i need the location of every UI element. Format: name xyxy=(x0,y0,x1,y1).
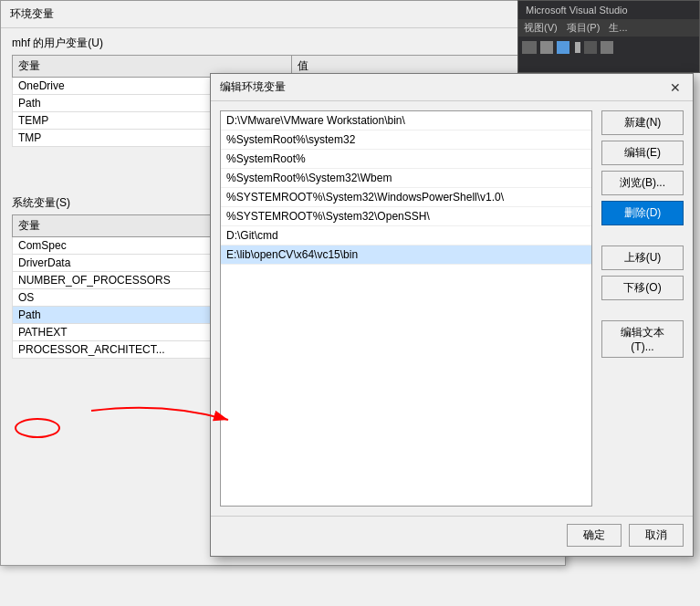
vs-toolbar-icon5 xyxy=(601,41,613,54)
vs-menu-more: 生... xyxy=(609,21,627,35)
edit-env-titlebar: 编辑环境变量 ✕ xyxy=(211,74,693,101)
edit-env-dialog: 编辑环境变量 ✕ D:\VMware\VMware Workstation\bi… xyxy=(210,73,694,557)
vs-toolbar-icon3 xyxy=(557,41,569,54)
list-item[interactable]: %SYSTEMROOT%\System32\OpenSSH\ xyxy=(221,207,591,226)
edit-env-close-button[interactable]: ✕ xyxy=(667,79,684,96)
path-list-empty-space xyxy=(221,265,591,447)
edit-env-title: 编辑环境变量 xyxy=(220,79,286,95)
edit-env-ok-button[interactable]: 确定 xyxy=(567,524,622,547)
vs-studio-title: Microsoft Visual Studio xyxy=(518,1,699,19)
list-item[interactable]: %SystemRoot%\system32 xyxy=(221,131,591,150)
env-vars-title: 环境变量 xyxy=(10,6,54,22)
vs-toolbar-icon2 xyxy=(540,41,553,54)
user-vars-label: mhf 的用户变量(U) xyxy=(12,36,554,51)
edit-env-body: D:\VMware\VMware Workstation\bin\%System… xyxy=(211,101,693,516)
vs-menu-view[interactable]: 视图(V) xyxy=(524,21,558,35)
path-edit-button[interactable]: 编辑(E) xyxy=(601,141,684,165)
list-item[interactable]: %SystemRoot%\System32\Wbem xyxy=(221,169,591,188)
vs-separator xyxy=(575,42,580,53)
vs-menubar: 视图(V) 项目(P) 生... xyxy=(518,19,699,37)
edit-buttons: 新建(N) 编辑(E) 浏览(B)... 删除(D) 上移(U) 下移(O) 编… xyxy=(601,110,684,507)
path-move-down-button[interactable]: 下移(O) xyxy=(601,276,684,300)
list-item[interactable]: D:\VMware\VMware Workstation\bin\ xyxy=(221,111,591,131)
env-vars-titlebar: 环境变量 ✕ xyxy=(1,1,565,28)
list-item[interactable]: %SYSTEMROOT%\System32\WindowsPowerShell\… xyxy=(221,188,591,207)
vs-toolbar-icon4 xyxy=(584,41,597,54)
spacer2 xyxy=(601,306,684,315)
path-list[interactable]: D:\VMware\VMware Workstation\bin\%System… xyxy=(220,110,592,507)
vs-menu-project[interactable]: 项目(P) xyxy=(567,21,601,35)
path-edit-text-button[interactable]: 编辑文本(T)... xyxy=(601,320,684,358)
vs-studio-snippet: Microsoft Visual Studio 视图(V) 项目(P) 生... xyxy=(517,0,700,73)
vs-toolbar xyxy=(518,37,699,58)
path-delete-button[interactable]: 删除(D) xyxy=(601,201,684,225)
path-move-up-button[interactable]: 上移(U) xyxy=(601,246,684,270)
vs-toolbar-icon1 xyxy=(522,41,537,54)
path-browse-button[interactable]: 浏览(B)... xyxy=(601,171,684,195)
spacer xyxy=(601,231,684,240)
edit-env-footer: 确定 取消 xyxy=(211,516,693,554)
path-new-button[interactable]: 新建(N) xyxy=(601,110,684,135)
list-item[interactable]: %SystemRoot% xyxy=(221,150,591,169)
list-item[interactable]: D:\Git\cmd xyxy=(221,226,591,246)
list-item[interactable]: E:\lib\openCV\x64\vc15\bin xyxy=(221,246,591,265)
edit-env-cancel-button[interactable]: 取消 xyxy=(629,524,684,547)
